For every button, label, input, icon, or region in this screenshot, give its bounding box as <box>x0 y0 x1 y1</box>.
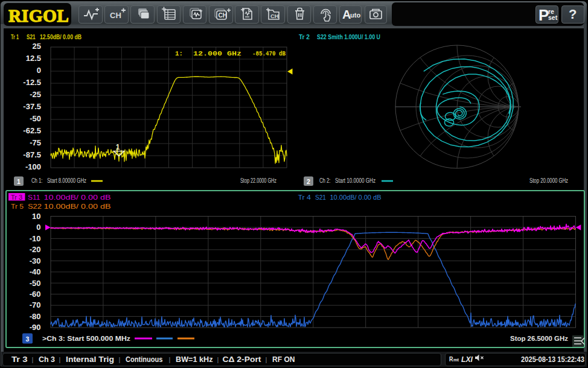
svg-text:Tr 1: Tr 1 <box>11 33 19 40</box>
svg-text:0: 0 <box>37 66 41 75</box>
svg-text:Internal Trig: Internal Trig <box>66 355 114 364</box>
svg-text:-20: -20 <box>30 245 41 254</box>
svg-text:2: 2 <box>307 178 310 185</box>
svg-text:10.00dB/ 0.00 dB: 10.00dB/ 0.00 dB <box>330 194 382 201</box>
svg-text:Ch 2:: Ch 2: <box>319 177 331 184</box>
svg-text:S22: S22 <box>28 203 42 210</box>
svg-text:-37.5: -37.5 <box>23 102 41 111</box>
svg-text:-30: -30 <box>30 256 41 265</box>
svg-text:1: 1 <box>116 143 120 151</box>
svg-text:1:: 1: <box>175 49 183 57</box>
svg-text:12.5: 12.5 <box>26 54 41 63</box>
svg-text:-85.470 dB: -85.470 dB <box>252 49 286 57</box>
svg-text:>Ch 3: Start 500.000 MHz: >Ch 3: Start 500.000 MHz <box>42 335 130 342</box>
svg-text:S21: S21 <box>27 33 36 40</box>
svg-text:mt: mt <box>453 357 459 363</box>
svg-text:10.00dB/ 0.00 dB: 10.00dB/ 0.00 dB <box>44 194 111 201</box>
svg-text:Stop 20.0000 GHz: Stop 20.0000 GHz <box>529 177 568 184</box>
svg-text:R: R <box>449 355 453 363</box>
svg-text:LXI: LXI <box>461 355 473 364</box>
svg-text:-25: -25 <box>30 90 41 99</box>
svg-text:-87.5: -87.5 <box>23 150 41 159</box>
svg-text:10.00dB/ 0.00 dB: 10.00dB/ 0.00 dB <box>44 203 111 210</box>
svg-text:BW=1 kHz: BW=1 kHz <box>176 355 213 364</box>
svg-text:S21: S21 <box>315 194 326 201</box>
svg-text:10: 10 <box>32 212 40 221</box>
svg-text:-100: -100 <box>25 162 41 171</box>
svg-text:-40: -40 <box>30 267 41 276</box>
svg-text:|: | <box>119 356 121 363</box>
svg-text:-80: -80 <box>30 312 41 321</box>
svg-text:12.000 GHz: 12.000 GHz <box>193 49 241 57</box>
svg-text:-10: -10 <box>30 234 41 243</box>
svg-text:|: | <box>32 356 34 363</box>
svg-text:|: | <box>169 356 171 363</box>
svg-text:|: | <box>217 356 219 363</box>
svg-text:CΔ 2-Port: CΔ 2-Port <box>223 355 262 364</box>
svg-text:|: | <box>266 356 267 363</box>
svg-text:Continuous: Continuous <box>126 355 163 364</box>
svg-text:0: 0 <box>36 223 40 232</box>
svg-text:Tr 2: Tr 2 <box>299 33 310 40</box>
svg-text:Ch 1:: Ch 1: <box>31 177 43 184</box>
svg-text:-90: -90 <box>30 323 41 332</box>
svg-text:-62.5: -62.5 <box>23 126 41 135</box>
svg-text:-12.5: -12.5 <box>23 78 41 87</box>
svg-text:-50: -50 <box>30 279 41 288</box>
svg-text:|: | <box>59 356 61 363</box>
svg-text:Ch 3: Ch 3 <box>39 355 55 364</box>
svg-text:S22 Smith 1.000U/ 1.00 U: S22 Smith 1.000U/ 1.00 U <box>317 33 380 40</box>
svg-text:RF ON: RF ON <box>272 355 295 364</box>
svg-text:12.50dB/ 0.00 dB: 12.50dB/ 0.00 dB <box>40 33 81 40</box>
svg-text:-75: -75 <box>30 138 41 147</box>
svg-text:Tr 5: Tr 5 <box>11 203 24 210</box>
svg-text:2025-08-13 15:22:43: 2025-08-13 15:22:43 <box>521 355 584 364</box>
svg-text:1: 1 <box>17 178 21 185</box>
svg-text:Start 8.00000 GHz: Start 8.00000 GHz <box>47 177 86 184</box>
svg-text:Tr 3: Tr 3 <box>11 355 28 364</box>
svg-text:25: 25 <box>33 42 41 51</box>
svg-text:-70: -70 <box>30 300 41 309</box>
svg-text:3: 3 <box>26 335 30 343</box>
svg-text:Start 10.0000 GHz: Start 10.0000 GHz <box>335 177 375 184</box>
svg-text:Stop 22.0000 GHz: Stop 22.0000 GHz <box>240 177 276 184</box>
svg-text:S11: S11 <box>28 194 40 201</box>
svg-text:-60: -60 <box>30 290 41 299</box>
svg-text:Stop 26.5000 GHz: Stop 26.5000 GHz <box>510 335 568 342</box>
svg-text:Tr 3: Tr 3 <box>11 194 22 201</box>
svg-text:-50: -50 <box>30 114 41 123</box>
svg-text:Tr 4: Tr 4 <box>298 194 312 201</box>
